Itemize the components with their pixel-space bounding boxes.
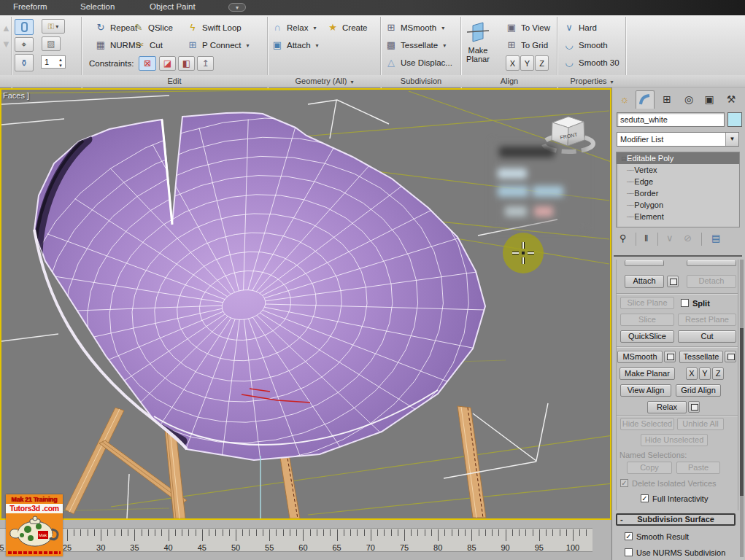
relax-settings-button[interactable] [688,401,700,413]
paste-button[interactable]: Paste [676,462,720,474]
align-y-button[interactable]: Y [520,55,534,71]
clipped-button[interactable] [687,260,736,266]
tessellate-button-panel[interactable]: Tessellate [679,351,723,363]
make-planar-button-panel[interactable]: Make Planar [619,368,675,380]
modifier-list-dropdown[interactable]: Modifier List▼ [617,132,739,147]
cut-button[interactable]: ✂Cut [134,39,163,52]
split-checkbox[interactable] [681,299,689,307]
planar-x-button[interactable]: X [686,368,698,380]
hide-selected-button[interactable]: Hide Selected [620,418,674,430]
full-interactivity-label: Full Interactivity [652,494,708,503]
copy-button[interactable]: Copy [627,462,672,474]
chair-shell[interactable] [34,112,485,460]
attach-button-panel[interactable]: Attach [625,275,664,288]
isolate-toggle-button[interactable] [15,19,34,35]
planar-z-button[interactable]: Z [712,368,724,380]
view-align-button[interactable]: View Align [620,384,671,397]
ribbon-minimize-dropdown[interactable]: ▾ [228,3,246,12]
tab-hierarchy[interactable]: ⊞ [657,90,676,109]
tab-selection[interactable]: Selection [80,2,115,11]
constraint-face-button[interactable]: ◧ [178,56,195,71]
stack-item-edge[interactable]: ┈┈ Edge [617,176,739,187]
use-displacement-button[interactable]: △Use Displac... [385,56,452,69]
stack-item-polygon[interactable]: ┈┈ Polygon [617,199,739,211]
use-nurms-checkbox[interactable] [625,548,633,556]
tab-modify[interactable] [636,90,655,109]
tab-object-paint[interactable]: Object Paint [150,2,196,11]
unhide-all-button[interactable]: Unhide All [677,418,724,430]
align-z-button[interactable]: Z [535,55,549,71]
stack-item-border[interactable]: ┈┈ Border [617,187,739,199]
make-unique-icon[interactable]: ∨ [666,233,673,244]
slice-button[interactable]: Slice [620,314,674,326]
constraint-normal-button[interactable]: ↥ [197,56,214,71]
spinner-up-icon[interactable]: ▲ [57,57,64,63]
repeat-button[interactable]: ↻Repeat [95,21,137,34]
quickslice-button[interactable]: QuickSlice [620,330,674,343]
constraint-edge-button[interactable]: ◪ [159,56,176,71]
detach-button[interactable]: Detach [687,275,736,288]
object-color-swatch[interactable] [727,112,742,127]
subdivision-surface-rollout-header[interactable]: - Subdivision Surface [616,513,736,526]
flask-tool-button[interactable]: ⚱ [15,54,34,71]
reset-plane-button[interactable]: Reset Plane [678,314,736,326]
slice-plane-button[interactable]: Slice Plane [620,297,674,309]
viewport-label[interactable]: Faces ] [3,91,29,100]
relax-button[interactable]: ∩Relax▾ [271,21,316,34]
delete-isolated-checkbox[interactable]: ✓ [620,479,628,487]
modifier-stack[interactable]: ⊟ Editable Poly ┈┈ Vertex ┈┈ Edge ┈┈ Bor… [616,152,740,228]
msmooth-button[interactable]: ⊞MSmooth▾ [385,21,444,34]
pin-stack-icon[interactable]: ⚲ [619,233,627,244]
create-button[interactable]: ★Create [327,21,368,34]
tab-display[interactable]: ▣ [700,90,719,109]
swift-loop-button[interactable]: ϟSwift Loop [187,21,242,34]
qslice-button[interactable]: ✎QSlice [133,21,173,34]
msmooth-button-panel[interactable]: MSmooth [617,351,663,363]
hide-unselected-button[interactable]: Hide Unselected [641,434,708,446]
align-x-button[interactable]: X [506,55,520,71]
attach-settings-button[interactable] [667,276,679,287]
smooth-button[interactable]: ◡Smooth [563,39,608,52]
paint-options-button[interactable]: ▨ [42,36,61,51]
configure-modifier-sets-icon[interactable]: ▤ [711,233,720,244]
smooth-result-checkbox[interactable]: ✓ [625,532,633,540]
grid-align-button[interactable]: Grid Align [676,384,721,397]
properties-panel-label[interactable]: Properties ▾ [558,77,625,85]
stack-item-element[interactable]: ┈┈ Element [617,211,739,222]
make-planar-button[interactable]: Make Planar [461,20,495,74]
stack-item-editable-poly[interactable]: ⊟ Editable Poly [617,152,739,164]
tab-freeform[interactable]: Freeform [13,2,47,11]
timeline-ruler[interactable]: 15253035404550556065707580859095100 [0,528,592,552]
to-grid-button[interactable]: ⊞To Grid [506,39,548,52]
attach-button[interactable]: ▣Attach▾ [271,39,319,52]
remove-modifier-icon[interactable]: ⊘ [684,233,692,244]
cut-button-panel[interactable]: Cut [678,330,736,343]
tab-create[interactable]: ☼ [615,90,634,109]
perspective-viewport[interactable]: Faces ] [0,88,611,520]
smooth30-button[interactable]: ◡Smooth 30 [563,56,619,69]
geometry-panel-label[interactable]: Geometry (All) ▾ [269,77,380,85]
pin-button[interactable]: ⌖ [15,37,34,52]
pconnect-button[interactable]: ⊞P Connect▾ [187,39,250,52]
constraint-none-button[interactable]: ⊠ [139,56,156,71]
msmooth-settings-button[interactable] [664,351,676,362]
spinner-down-icon[interactable]: ▼ [57,63,64,69]
panel-scrollbar-thumb[interactable] [740,328,744,496]
tessellate-settings-button[interactable] [725,351,736,362]
collapse-icon[interactable]: ⊟ [621,155,627,163]
tab-motion[interactable]: ◎ [679,90,698,109]
full-interactivity-checkbox[interactable]: ✓ [641,494,649,502]
planar-y-button[interactable]: Y [699,368,711,380]
hard-button[interactable]: ∨Hard [563,21,597,34]
tessellate-button[interactable]: ▩Tessellate▾ [385,39,446,52]
relax-button-panel[interactable]: Relax [647,401,687,413]
lock-selection-button[interactable]: ⚿▾ [42,19,65,34]
to-view-button[interactable]: ▣To View [506,21,550,34]
stack-item-vertex[interactable]: ┈┈ Vertex [617,164,739,176]
clipped-button[interactable] [625,260,664,266]
iterations-spinner[interactable]: 1 ▲ ▼ [41,55,66,69]
timeline-tick [444,529,445,536]
show-end-result-icon[interactable]: ‖ [644,233,648,244]
object-name-field[interactable]: seduta_white [617,112,725,127]
tab-utilities[interactable]: ⚒ [722,90,741,109]
